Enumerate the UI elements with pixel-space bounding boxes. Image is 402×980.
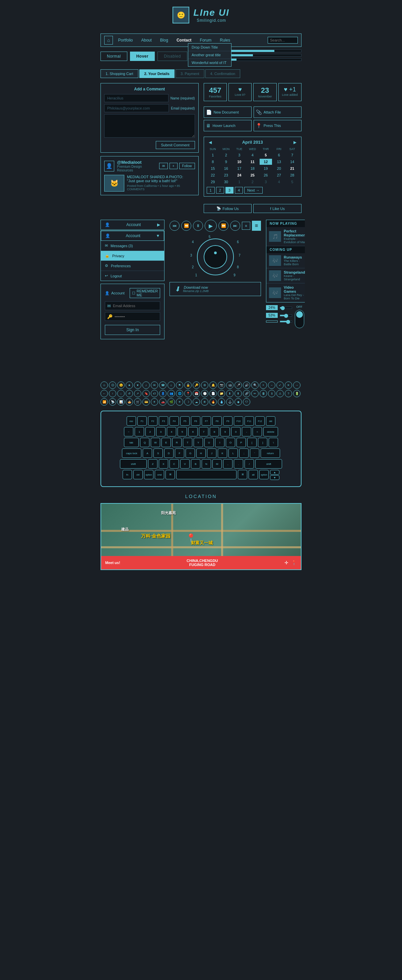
cal-day[interactable]: 28 [286, 172, 299, 178]
cal-next-btn[interactable]: ▶ [292, 140, 298, 145]
step-1[interactable]: 1. Shopping Cart [100, 69, 138, 78]
icon-diamond[interactable]: ◆ [234, 398, 242, 406]
key-5[interactable]: 5 [177, 427, 187, 436]
cal-day[interactable]: 8 [207, 159, 219, 165]
key-e[interactable]: E [161, 438, 171, 447]
key-7[interactable]: 7 [199, 427, 208, 436]
add-button[interactable]: + [169, 163, 177, 169]
key-option-right[interactable]: option [259, 470, 269, 479]
icon-camera[interactable]: 📷 [218, 382, 225, 389]
key-c[interactable]: C [169, 459, 179, 469]
key-y[interactable]: Y [194, 438, 203, 447]
key-j[interactable]: J [207, 449, 216, 458]
key-equals[interactable]: = [253, 427, 262, 436]
btn-normal[interactable]: Normal [100, 52, 127, 61]
key-m[interactable]: M [212, 459, 222, 469]
icon-arrow-left[interactable]: ← [100, 390, 108, 397]
key-r[interactable]: R [172, 438, 182, 447]
cal-next-page-btn[interactable]: Next → [244, 187, 263, 194]
follow-us-btn[interactable]: 📡 Follow Us [204, 204, 252, 213]
cal-day[interactable]: 27 [273, 172, 286, 178]
cal-day[interactable]: 7 [286, 152, 299, 158]
key-shift-right[interactable]: shift [255, 459, 282, 469]
key-k[interactable]: K [218, 449, 227, 458]
nav-item-portfolio[interactable]: Portfolio [115, 37, 136, 44]
rewind-btn[interactable]: ⏪ [181, 221, 191, 231]
icon-cart[interactable]: 🛒 [134, 398, 141, 406]
key-f11[interactable]: F11 [244, 416, 254, 426]
icon-phone[interactable]: ☎ [159, 382, 166, 389]
cal-day[interactable]: 2 [246, 179, 259, 185]
cal-day[interactable]: 21 [286, 165, 299, 172]
icon-key[interactable]: 🔑 [193, 382, 200, 389]
key-del[interactable]: del [266, 416, 275, 426]
key-space[interactable] [176, 470, 236, 479]
menu-item-preferences[interactable]: ⚙ Preferences [101, 261, 164, 271]
icon-users[interactable]: 👥 [168, 390, 175, 397]
key-alt[interactable]: alt [249, 470, 258, 479]
icon-download[interactable]: ⬇ [226, 390, 233, 397]
cal-page-3[interactable]: 3 [225, 187, 233, 194]
icon-shield[interactable]: 🛡 [243, 398, 250, 406]
follow-button[interactable]: Follow [179, 163, 195, 169]
key-f[interactable]: F [175, 449, 184, 458]
key-delete[interactable]: delete [263, 427, 278, 436]
cal-day[interactable]: 30 [220, 179, 233, 185]
cal-day[interactable]: 22 [207, 172, 219, 178]
key-period[interactable]: . [234, 459, 243, 469]
login-password-input[interactable] [115, 312, 158, 321]
icon-bell[interactable]: 🔔 [209, 382, 217, 389]
key-s[interactable]: S [153, 449, 163, 458]
cal-page-1[interactable]: 1 [207, 187, 215, 194]
hover-launch-btn[interactable]: 🖥 Hover Launch [204, 120, 252, 131]
download-btn[interactable]: ⬇ Download now filename.zip 1.2MB [169, 282, 261, 296]
key-option-left[interactable]: option [144, 470, 153, 479]
map-crosshair-icon[interactable]: ✛ [284, 560, 289, 565]
cal-day[interactable]: 17 [233, 165, 246, 172]
key-u[interactable]: U [204, 438, 214, 447]
skip-back-btn[interactable]: ⏮ [169, 221, 180, 231]
key-ctrl[interactable]: ctrl [133, 470, 143, 479]
key-a[interactable]: A [143, 449, 152, 458]
attach-file-btn[interactable]: 📎 Attach File [254, 107, 302, 118]
icon-anchor[interactable]: ⚓ [226, 398, 233, 406]
key-4[interactable]: 4 [167, 427, 176, 436]
menu-item-messages[interactable]: ✉ Messages (3) [101, 241, 164, 251]
icon-snow[interactable]: ❄ [201, 398, 208, 406]
submit-button[interactable]: Submit Comment [156, 141, 195, 149]
cal-day[interactable]: 5 [260, 152, 272, 158]
key-p[interactable]: P [236, 438, 246, 447]
icon-calendar[interactable]: 📅 [193, 390, 200, 397]
key-n[interactable]: N [202, 459, 211, 469]
key-apple-right[interactable]: ⌘ [238, 470, 247, 479]
key-quote[interactable]: ' [250, 449, 259, 458]
key-f3[interactable]: F3 [159, 416, 168, 426]
menu-item-logout[interactable]: ↩ Logout [101, 271, 164, 281]
key-h[interactable]: H [196, 449, 206, 458]
icon-check[interactable]: ✓ [276, 382, 284, 389]
key-arrow-up[interactable]: ▲ [270, 470, 279, 475]
login-email-input[interactable] [113, 302, 158, 310]
key-o[interactable]: O [226, 438, 235, 447]
key-f7[interactable]: F7 [202, 416, 211, 426]
icon-plane[interactable]: ✈ [151, 398, 158, 406]
nav-search-input[interactable] [268, 37, 298, 43]
icon-doc[interactable]: 📄 [209, 390, 217, 397]
nav-item-contact[interactable]: Contact [173, 37, 195, 44]
key-rbracket[interactable]: ] [258, 438, 267, 447]
icon-sad[interactable]: ☹ [109, 382, 116, 389]
step-2[interactable]: 2. Your Details [139, 69, 174, 78]
icon-wink[interactable]: 😉 [117, 382, 124, 389]
key-f9[interactable]: F9 [223, 416, 233, 426]
stat-love[interactable]: ♥ Love it? [228, 83, 252, 101]
key-f12[interactable]: F12 [255, 416, 265, 426]
icon-wifi[interactable]: 📶 [100, 398, 108, 406]
email-input[interactable] [104, 104, 169, 112]
icon-sun[interactable]: ☀ [176, 398, 183, 406]
icon-mic[interactable]: 🎤 [234, 382, 242, 389]
cal-day[interactable]: 9 [220, 159, 233, 165]
key-f2[interactable]: F2 [148, 416, 158, 426]
key-minus[interactable]: - [242, 427, 251, 436]
key-f6[interactable]: F6 [191, 416, 200, 426]
key-9[interactable]: 9 [220, 427, 230, 436]
